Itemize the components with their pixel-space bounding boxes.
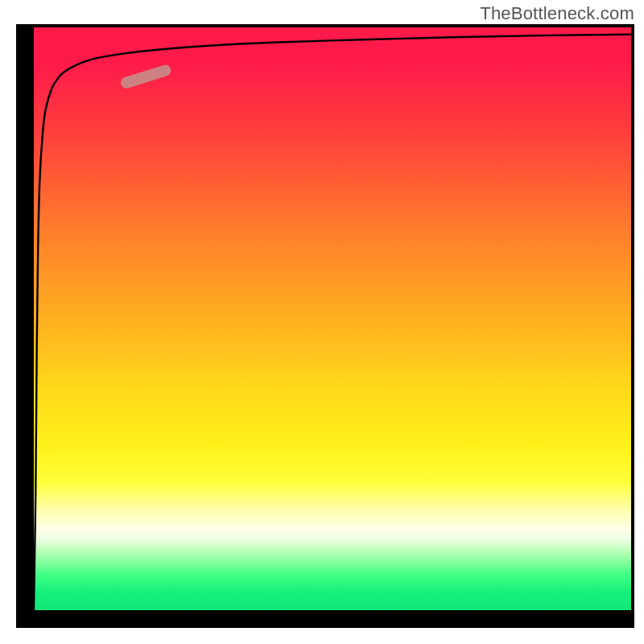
plot-frame [16,24,634,628]
plot-area [34,27,631,610]
branding-text: TheBottleneck.com [480,3,634,24]
chart-stage: TheBottleneck.com [0,0,644,644]
curve-layer [34,27,631,610]
curve-path [34,35,631,610]
marker-pill [126,71,165,83]
